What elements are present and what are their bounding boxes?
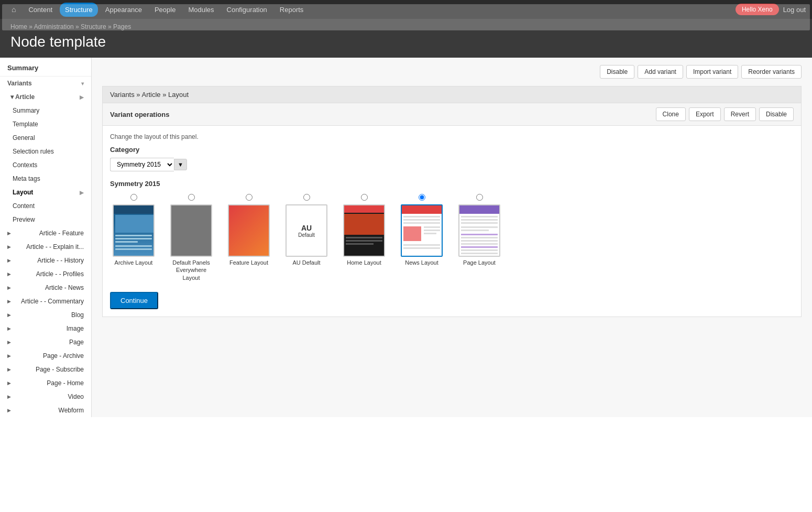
sidebar-article-label: ▾ Article — [10, 93, 35, 101]
home-layout-label: Home Layout — [347, 259, 381, 266]
radio-input-archive[interactable] — [130, 194, 137, 201]
layout-item-feature[interactable]: Feature Layout — [225, 194, 272, 266]
au-default-layout-label: AU Default — [292, 259, 320, 266]
sidebar-item-article[interactable]: ▾ Article ▶ — [0, 90, 91, 104]
sidebar-item-contexts[interactable]: Contexts — [0, 158, 91, 172]
main-wrapper: Summary Variants ▾ ▾ Article ▶ Summary T… — [0, 58, 812, 417]
sidebar-item-article-history[interactable]: ▶ Article - - History — [0, 254, 91, 267]
add-variant-button[interactable]: Add variant — [638, 65, 683, 79]
thumb-archive-inner — [114, 205, 153, 256]
sidebar-item-article-explain[interactable]: ▶ Article - - Explain it... — [0, 240, 91, 254]
sidebar-item-content[interactable]: Content — [0, 199, 91, 213]
variant-breadcrumb: Variants » Article » Layout — [110, 91, 189, 99]
category-select[interactable]: Symmetry 2015 — [110, 158, 174, 171]
news-line2 — [403, 219, 440, 221]
radio-home[interactable] — [361, 194, 368, 202]
sidebar-item-page-subscribe[interactable]: ▶ Page - Subscribe — [0, 363, 91, 376]
triangle-icon14: ▶ — [7, 408, 11, 413]
sidebar-item-page-home[interactable]: ▶ Page - Home — [0, 376, 91, 390]
import-variant-button[interactable]: Import variant — [686, 65, 738, 79]
sidebar-item-layout[interactable]: Layout ▶ — [0, 186, 91, 199]
page-line10 — [461, 246, 498, 248]
layout-item-default[interactable]: Default Panels Everywhere Layout — [168, 194, 215, 281]
radio-page[interactable] — [476, 194, 483, 202]
page-line3 — [461, 222, 498, 224]
sidebar-item-page-archive[interactable]: ▶ Page - Archive — [0, 349, 91, 363]
home-line1 — [346, 237, 382, 238]
ops-disable-button[interactable]: Disable — [759, 107, 794, 121]
sidebar-item-article-feature[interactable]: ▶ Article - Feature — [0, 226, 91, 240]
export-button[interactable]: Export — [689, 107, 721, 121]
radio-input-news[interactable] — [419, 194, 425, 201]
sidebar-item-preview[interactable]: Preview — [0, 213, 91, 226]
chevron-down-icon: ▾ — [81, 81, 84, 86]
page-line9 — [461, 243, 498, 245]
home-line3 — [346, 243, 374, 245]
radio-au-default[interactable] — [303, 194, 310, 202]
variant-header: Variants » Article » Layout — [103, 86, 801, 103]
revert-button[interactable]: Revert — [724, 107, 756, 121]
news-line1 — [403, 216, 440, 217]
sidebar-item-article-commentary[interactable]: ▶ Article - - Commentary — [0, 295, 91, 308]
video-label: Video — [68, 393, 84, 400]
reorder-variants-button[interactable]: Reorder variants — [741, 65, 802, 79]
radio-input-home[interactable] — [361, 194, 368, 201]
sidebar: Summary Variants ▾ ▾ Article ▶ Summary T… — [0, 58, 92, 417]
home-line2 — [346, 240, 382, 242]
triangle-icon10: ▶ — [7, 353, 11, 358]
layout-item-archive[interactable]: Archive Layout — [110, 194, 157, 266]
sidebar-item-page[interactable]: ▶ Page — [0, 335, 91, 349]
sidebar-item-image[interactable]: ▶ Image — [0, 322, 91, 335]
thumb-archive — [113, 204, 155, 257]
sidebar-item-webform[interactable]: ▶ Webform — [0, 404, 91, 417]
sidebar-item-blog[interactable]: ▶ Blog — [0, 308, 91, 322]
layouts-grid: Archive Layout Default Panels Everywhere… — [110, 194, 794, 281]
radio-default[interactable] — [188, 194, 195, 202]
sidebar-item-template[interactable]: Template — [0, 117, 91, 131]
sidebar-item-variants[interactable]: Variants ▾ — [0, 77, 91, 90]
webform-label: Webform — [59, 407, 84, 414]
news-img — [403, 226, 421, 241]
thumb-home — [343, 204, 385, 257]
sidebar-item-video[interactable]: ▶ Video — [0, 390, 91, 404]
au-default-subtext: Default — [298, 232, 315, 238]
sidebar-item-summary[interactable]: Summary — [0, 104, 91, 117]
layout-item-home[interactable]: Home Layout — [341, 194, 388, 266]
radio-input-au-default[interactable] — [303, 194, 310, 201]
article-history-label: Article - - History — [37, 257, 84, 264]
radio-archive[interactable] — [130, 194, 137, 202]
radio-input-feature[interactable] — [246, 194, 253, 201]
au-default-text: AU — [301, 224, 312, 232]
sidebar-item-article-news[interactable]: ▶ Article - News — [0, 281, 91, 295]
layout-label: Layout — [13, 189, 33, 196]
home-bar — [344, 205, 384, 213]
triangle-icon2: ▶ — [7, 244, 11, 249]
radio-feature[interactable] — [246, 194, 253, 202]
triangle-icon11: ▶ — [7, 367, 11, 372]
radio-input-page[interactable] — [476, 194, 483, 201]
sidebar-item-meta-tags[interactable]: Meta tags — [0, 172, 91, 186]
select-dropdown-button[interactable]: ▼ — [174, 159, 187, 170]
article-profiles-label: Article - - Profiles — [36, 270, 84, 278]
continue-button[interactable]: Continue — [110, 292, 158, 309]
sidebar-item-article-profiles[interactable]: ▶ Article - - Profiles — [0, 267, 91, 281]
news-line4 — [424, 226, 440, 228]
layout-item-news[interactable]: News Layout — [398, 194, 445, 266]
variant-panel: Variants » Article » Layout Variant oper… — [102, 86, 802, 317]
page-line1 — [461, 216, 498, 217]
disable-button[interactable]: Disable — [600, 65, 634, 79]
radio-news[interactable] — [419, 194, 425, 202]
thumb-page — [458, 204, 500, 257]
layout-item-au-default[interactable]: AU Default AU Default — [283, 194, 330, 266]
article-commentary-label: Article - - Commentary — [21, 298, 84, 305]
sidebar-summary: Summary — [0, 58, 91, 77]
category-select-wrap: Symmetry 2015 ▼ — [110, 158, 794, 171]
triangle-icon12: ▶ — [7, 380, 11, 386]
sidebar-item-selection-rules[interactable]: Selection rules — [0, 145, 91, 158]
default-layout-label: Default Panels Everywhere Layout — [168, 259, 215, 281]
arch-bar — [114, 205, 153, 214]
radio-input-default[interactable] — [188, 194, 195, 201]
layout-item-page[interactable]: Page Layout — [456, 194, 503, 266]
sidebar-item-general[interactable]: General — [0, 131, 91, 145]
clone-button[interactable]: Clone — [656, 107, 686, 121]
